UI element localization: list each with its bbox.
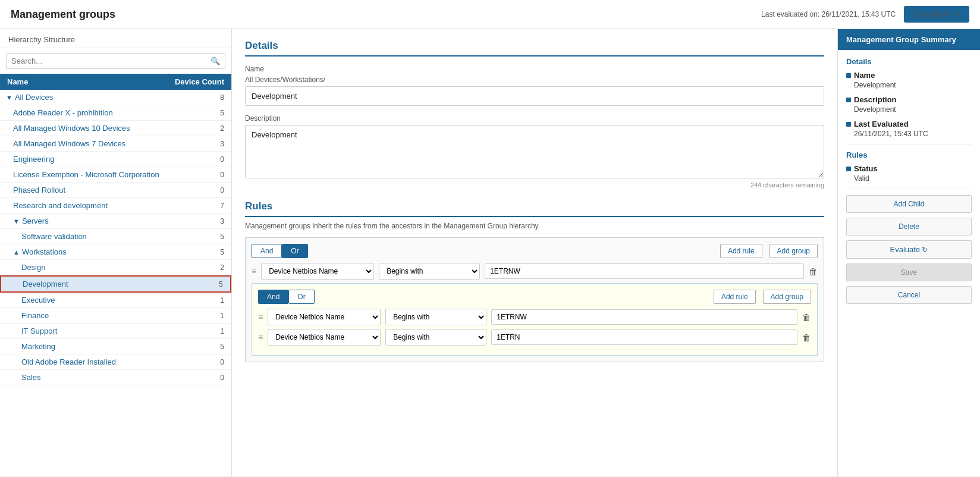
item-label[interactable]: IT Support	[21, 327, 210, 335]
sidebar-item-sales[interactable]: Sales 0	[0, 370, 231, 385]
details-section-title: Details	[245, 40, 824, 57]
item-label[interactable]: Research and development	[13, 201, 210, 210]
sidebar-item-adobe-reader-x[interactable]: Adobe Reader X - prohibition 5	[0, 105, 231, 121]
outer-add-group-button[interactable]: Add group	[769, 244, 818, 258]
summary-status-field: Status Valid	[846, 164, 972, 183]
inner-condition-select-2[interactable]: Begins with Contains Ends with Equals No…	[385, 329, 486, 346]
summary-panel: Management Group Summary Details Name De…	[837, 29, 980, 476]
summary-rules-title: Rules	[846, 150, 972, 159]
inner-and-button[interactable]: And	[258, 290, 288, 304]
inner-rule-row-1: ≡ Device Netbios Name Device Name Device…	[258, 309, 811, 325]
item-label[interactable]: Finance	[21, 311, 210, 320]
outer-and-button[interactable]: And	[252, 244, 282, 258]
inner-value-input-1[interactable]	[491, 309, 797, 325]
sidebar-item-development[interactable]: Development 5	[0, 275, 231, 293]
search-input[interactable]	[7, 54, 206, 68]
item-label[interactable]: All Managed Windows 10 Devices	[13, 124, 210, 133]
toggle-icon: ▼	[13, 218, 20, 225]
item-label[interactable]: Phased Rollout	[13, 186, 210, 194]
inner-field-select-1[interactable]: Device Netbios Name Device Name Device I…	[268, 309, 381, 325]
item-count: 1	[210, 327, 224, 335]
sidebar-item-servers[interactable]: ▼ Servers 3	[0, 214, 231, 229]
outer-condition-select-1[interactable]: Begins with Contains Ends with Equals No…	[379, 263, 480, 280]
sidebar-item-license-exemption[interactable]: License Exemption - Microsoft Corporatio…	[0, 167, 231, 183]
item-label[interactable]: Adobe Reader X - prohibition	[13, 108, 210, 117]
inner-delete-rule-1[interactable]: 🗑	[802, 312, 811, 322]
sidebar-item-all-devices[interactable]: ▼ All Devices 8	[0, 90, 231, 105]
item-label[interactable]: Design	[21, 263, 210, 272]
page-title: Management groups	[11, 8, 115, 21]
summary-divider-2	[846, 189, 972, 189]
toggle-icon: ▲	[13, 249, 20, 256]
item-count: 0	[210, 186, 224, 194]
dot-icon	[846, 98, 851, 102]
outer-add-rule-button[interactable]: Add rule	[720, 244, 762, 258]
item-count: 2	[210, 124, 224, 133]
dot-icon	[846, 73, 851, 78]
sidebar-item-all-win10[interactable]: All Managed Windows 10 Devices 2	[0, 121, 231, 136]
inner-delete-rule-2[interactable]: 🗑	[802, 332, 811, 343]
inner-condition-select-1[interactable]: Begins with Contains Ends with Equals No…	[385, 309, 486, 325]
item-label[interactable]: Servers	[22, 216, 210, 225]
delete-button[interactable]: Delete	[846, 218, 972, 236]
sidebar-item-design[interactable]: Design 2	[0, 260, 231, 275]
search-icon[interactable]: 🔍	[206, 54, 225, 68]
sidebar: Hierarchy Structure 🔍 Name Device Count …	[0, 29, 232, 476]
outer-value-input-1[interactable]	[485, 263, 804, 279]
item-count: 0	[210, 171, 224, 179]
summary-last-evaluated-value: 26/11/2021, 15:43 UTC	[846, 130, 972, 138]
inner-value-input-2[interactable]	[491, 329, 797, 345]
item-label[interactable]: Marketing	[21, 342, 210, 351]
description-field-label: Description	[245, 114, 824, 123]
item-label[interactable]: Old Adobe Reader Installed	[21, 357, 210, 366]
description-textarea[interactable]: Development	[245, 125, 824, 178]
sidebar-item-finance[interactable]: Finance 1	[0, 308, 231, 324]
inner-rule-group: And Or Add rule Add group ≡ Device Netbi…	[252, 283, 818, 356]
save-button[interactable]: Save	[846, 263, 972, 281]
item-label[interactable]: All Managed Windows 7 Devices	[13, 139, 210, 148]
inner-field-select-2[interactable]: Device Netbios Name Device Name Device I…	[268, 329, 381, 346]
drag-handle[interactable]: ≡	[252, 266, 256, 276]
name-input[interactable]	[245, 86, 824, 106]
search-bar: 🔍	[6, 53, 225, 69]
inner-add-group-button[interactable]: Add group	[763, 290, 811, 304]
sidebar-item-research-dev[interactable]: Research and development 7	[0, 198, 231, 214]
drag-handle[interactable]: ≡	[258, 332, 263, 342]
evaluate-button[interactable]: Evaluate ↻	[846, 240, 972, 259]
item-label[interactable]: Engineering	[13, 155, 210, 164]
sidebar-item-it-support[interactable]: IT Support 1	[0, 324, 231, 339]
item-count: 7	[210, 202, 224, 210]
inner-or-button[interactable]: Or	[288, 290, 314, 304]
refresh-icon: ↻	[954, 10, 960, 18]
drag-handle[interactable]: ≡	[258, 312, 263, 322]
summary-name-label: Name	[846, 71, 972, 80]
item-label[interactable]: Sales	[21, 373, 210, 382]
evaluate-all-button[interactable]: Evaluate All ↻	[904, 6, 969, 23]
sidebar-item-software-validation[interactable]: Software validation 5	[0, 229, 231, 244]
item-label[interactable]: Development	[23, 280, 209, 288]
cancel-button[interactable]: Cancel	[846, 286, 972, 304]
item-count: 0	[210, 155, 224, 164]
item-label[interactable]: License Exemption - Microsoft Corporatio…	[13, 170, 210, 179]
item-label[interactable]: Executive	[21, 296, 210, 305]
item-label[interactable]: Workstations	[22, 247, 210, 256]
sidebar-item-old-adobe-reader[interactable]: Old Adobe Reader Installed 0	[0, 354, 231, 370]
add-child-button[interactable]: Add Child	[846, 195, 972, 213]
sidebar-item-executive[interactable]: Executive 1	[0, 293, 231, 308]
outer-or-button[interactable]: Or	[282, 244, 307, 258]
summary-last-evaluated-field: Last Evaluated 26/11/2021, 15:43 UTC	[846, 120, 972, 138]
summary-details-title: Details	[846, 57, 972, 66]
item-label[interactable]: All Devices	[15, 93, 210, 102]
sidebar-list: ▼ All Devices 8 Adobe Reader X - prohibi…	[0, 90, 231, 476]
sidebar-item-marketing[interactable]: Marketing 5	[0, 339, 231, 354]
item-label[interactable]: Software validation	[21, 232, 210, 241]
summary-description-label: Description	[846, 95, 972, 104]
sidebar-item-phased-rollout[interactable]: Phased Rollout 0	[0, 183, 231, 198]
outer-delete-rule-1[interactable]: 🗑	[809, 266, 818, 277]
outer-field-select-1[interactable]: Device Netbios Name Device Name Device I…	[261, 263, 374, 280]
inner-add-rule-button[interactable]: Add rule	[714, 290, 756, 304]
sidebar-item-engineering[interactable]: Engineering 0	[0, 152, 231, 167]
sidebar-item-all-win7[interactable]: All Managed Windows 7 Devices 3	[0, 136, 231, 152]
sidebar-item-workstations[interactable]: ▲ Workstations 5	[0, 244, 231, 260]
summary-status-label: Status	[846, 164, 972, 173]
